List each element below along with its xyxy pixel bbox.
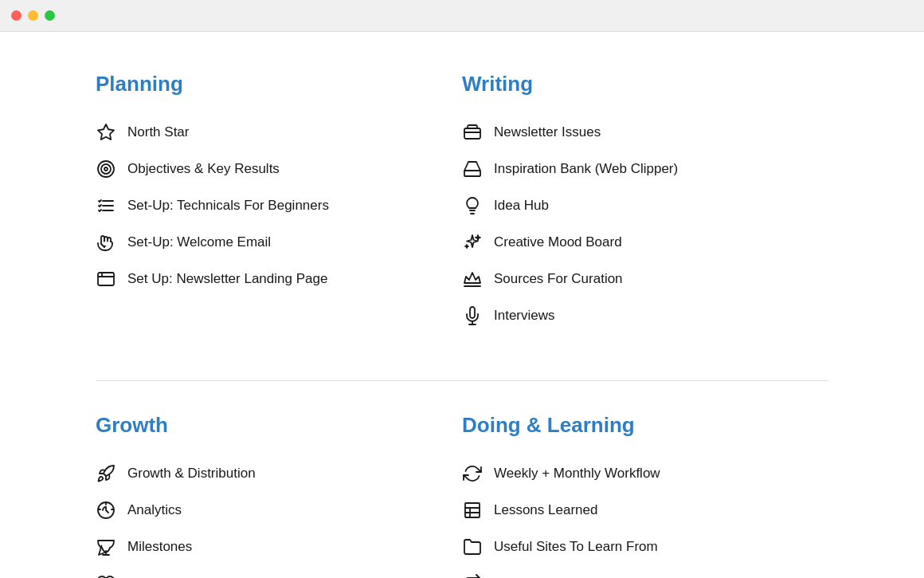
objectives-label: Objectives & Key Results <box>127 161 280 177</box>
svg-point-2 <box>101 164 111 174</box>
maximize-button[interactable] <box>45 10 55 21</box>
list-item[interactable]: Sources For Curation <box>462 262 797 296</box>
planning-title: Planning <box>96 72 430 96</box>
top-sections-grid: Planning North Star <box>96 72 828 364</box>
mic-icon <box>462 305 483 326</box>
target-icon <box>96 159 116 179</box>
interviews-label: Interviews <box>494 308 555 324</box>
lightbulb-icon <box>462 195 483 216</box>
list-item[interactable]: Useful Sites To Learn From <box>462 530 797 564</box>
list-item[interactable]: Set-Up: Welcome Email <box>96 226 430 259</box>
hand-icon <box>96 232 116 253</box>
crown-icon <box>462 269 483 289</box>
trophy-icon <box>96 537 116 557</box>
list-item[interactable]: Inspiration Bank (Web Clipper) <box>462 152 797 186</box>
sources-curation-label: Sources For Curation <box>494 271 623 287</box>
idea-hub-label: Idea Hub <box>494 198 549 214</box>
list-item[interactable]: Set Up: Newsletter Landing Page <box>96 262 430 296</box>
retweet-icon <box>462 573 483 578</box>
analytics-label: Analytics <box>127 502 182 518</box>
useful-sites-label: Useful Sites To Learn From <box>494 539 658 555</box>
writing-section: Writing Newsletter Issues <box>462 72 828 364</box>
rocket-icon <box>96 463 116 484</box>
list-item[interactable]: Analytics <box>96 493 430 527</box>
main-content: Planning North Star <box>0 32 924 578</box>
list-item[interactable]: Creative Mood Board <box>462 226 797 259</box>
list-item[interactable]: Idea Hub <box>462 189 797 222</box>
growth-title: Growth <box>96 413 430 438</box>
list-item[interactable]: Lessons Learned <box>462 493 797 527</box>
section-divider <box>96 380 828 381</box>
refresh-icon <box>462 463 483 484</box>
weekly-workflow-label: Weekly + Monthly Workflow <box>494 466 660 482</box>
minimize-button[interactable] <box>28 10 38 21</box>
writing-items: Newsletter Issues Inspiration Bank (Web … <box>462 116 797 332</box>
milestones-label: Milestones <box>127 539 192 555</box>
svg-marker-0 <box>98 124 114 140</box>
writing-title: Writing <box>462 72 797 96</box>
svg-rect-7 <box>98 273 114 285</box>
checklist-icon <box>96 195 116 216</box>
inbox-stack-icon <box>462 122 483 143</box>
list-item[interactable]: Newsletter Issues <box>462 116 797 149</box>
creative-mood-label: Creative Mood Board <box>494 234 622 250</box>
planning-section: Planning North Star <box>96 72 462 364</box>
list-item[interactable]: Objectives & Key Results <box>96 152 430 186</box>
growth-distribution-label: Growth & Distribution <box>127 466 256 482</box>
star-icon <box>96 122 116 143</box>
bottom-sections-grid: Growth Growth & Distribution <box>96 413 828 578</box>
growth-section: Growth Growth & Distribution <box>96 413 462 578</box>
list-item[interactable]: Newsletter Tweet Wall <box>462 567 797 578</box>
inspiration-bank-label: Inspiration Bank (Web Clipper) <box>494 161 678 177</box>
browser-icon <box>96 269 116 289</box>
list-item[interactable]: North Star <box>96 116 430 149</box>
close-button[interactable] <box>11 10 22 21</box>
newsletter-issues-label: Newsletter Issues <box>494 124 601 140</box>
svg-point-1 <box>98 161 114 177</box>
doing-learning-section: Doing & Learning Weekly + Monthly Workfl… <box>462 413 828 578</box>
tray-icon <box>462 159 483 179</box>
list-item[interactable]: Weekly + Monthly Workflow <box>462 457 797 490</box>
setup-landing-label: Set Up: Newsletter Landing Page <box>127 271 327 287</box>
list-item[interactable]: Growth & Distribution <box>96 457 430 490</box>
list-item[interactable]: Set-Up: Technicals For Beginners <box>96 189 430 222</box>
setup-technicals-label: Set-Up: Technicals For Beginners <box>127 198 329 214</box>
doing-learning-title: Doing & Learning <box>462 413 797 438</box>
planning-items: North Star Objectives & Key Results <box>96 116 430 296</box>
north-star-label: North Star <box>127 124 189 140</box>
svg-rect-21 <box>465 503 480 517</box>
title-bar <box>0 0 924 32</box>
lessons-learned-label: Lessons Learned <box>494 502 597 518</box>
folder-icon <box>462 537 483 557</box>
growth-items: Growth & Distribution Analytics <box>96 457 430 578</box>
svg-point-3 <box>104 167 108 171</box>
list-item[interactable]: Interviews <box>462 299 797 332</box>
setup-welcome-label: Set-Up: Welcome Email <box>127 234 271 250</box>
sparkle-icon <box>462 232 483 253</box>
heart-icon <box>96 573 116 578</box>
gauge-icon <box>96 500 116 521</box>
svg-rect-10 <box>464 128 480 139</box>
list-item[interactable]: Wall Of Love <box>96 567 430 578</box>
list-item[interactable]: Milestones <box>96 530 430 564</box>
doing-learning-items: Weekly + Monthly Workflow Lessons Learne… <box>462 457 797 578</box>
book-icon <box>462 500 483 521</box>
svg-rect-11 <box>464 171 480 176</box>
